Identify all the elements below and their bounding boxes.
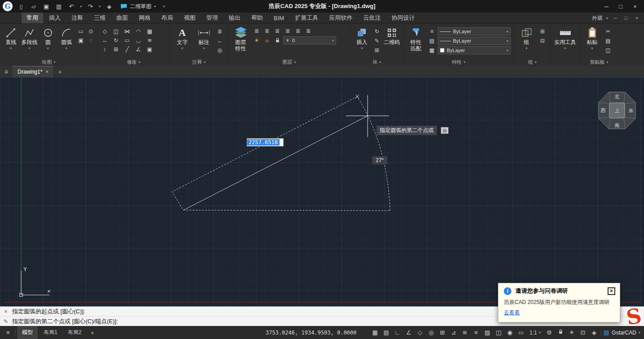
block-attribute-icon[interactable]: ⊞ <box>373 46 382 54</box>
group-edit-icon[interactable]: ⊟ <box>538 37 547 45</box>
new-document-tab-button[interactable]: ＋ <box>54 66 66 77</box>
copy-tool-icon[interactable]: ◫ <box>111 27 120 35</box>
object-snap-3d-icon[interactable]: ⊞ <box>438 329 447 336</box>
qrcode-button[interactable]: 二维码 <box>383 26 401 45</box>
transparency-toggle-icon[interactable]: ▨ <box>483 329 492 336</box>
ribbon-tab-annotate[interactable]: 注释 <box>67 13 88 23</box>
stretch-tool-icon[interactable]: ↕ <box>100 45 109 53</box>
grid-toggle-icon[interactable]: ▦ <box>370 329 379 336</box>
panel-label-draw[interactable]: 绘图▾ <box>0 58 98 66</box>
statusbar-options-chevron[interactable]: ▾ <box>639 330 640 335</box>
ui-lock-icon[interactable] <box>556 329 565 336</box>
redo-icon[interactable]: ↷ <box>86 3 94 10</box>
layer-match-icon[interactable]: ≣ <box>293 27 302 35</box>
minimize-button[interactable]: ─ <box>600 1 613 11</box>
layer-off-icon[interactable]: ≣ <box>283 27 292 35</box>
lineweight-list-icon[interactable]: ≡ <box>427 27 436 35</box>
rectangle-tool-icon[interactable]: ▭ <box>76 27 85 35</box>
ribbon-tab-cloud-markup[interactable]: 云批注 <box>358 13 386 23</box>
compass-west-label[interactable]: 西 <box>601 108 606 113</box>
ribbon-tab-collaboration[interactable]: 协同设计 <box>386 13 420 23</box>
layer-isolate-icon[interactable]: ≣ <box>262 27 271 35</box>
break-tool-icon[interactable]: ▣ <box>145 45 154 53</box>
extend-tool-icon[interactable]: ∠ <box>134 45 143 53</box>
trim-tool-icon[interactable]: ▭ <box>123 36 132 44</box>
ribbon-tab-layout[interactable]: 布局 <box>156 13 178 23</box>
annotation-scale-selector[interactable]: 1:1 ▾ <box>528 330 542 336</box>
undo-icon[interactable]: ↶ <box>67 3 76 10</box>
mirror-tool-icon[interactable]: ⋈ <box>123 27 132 35</box>
multileader-tool-icon[interactable]: ≣ <box>215 27 224 35</box>
annotation-monitor-icon[interactable]: ◉ <box>505 329 514 336</box>
erase-tool-icon[interactable]: ◇ <box>100 27 109 35</box>
ribbon-tab-view[interactable]: 视图 <box>179 13 200 23</box>
dynamic-ucs-icon[interactable]: ≋ <box>460 329 469 336</box>
block-edit-icon[interactable]: ↻ <box>373 27 382 35</box>
ribbon-tab-surface[interactable]: 曲面 <box>111 13 133 23</box>
compass-south-label[interactable]: 南 <box>615 123 620 128</box>
plotstyle-list-icon[interactable]: ▦ <box>427 46 436 54</box>
ribbon-tab-3d[interactable]: 三维 <box>89 13 111 23</box>
dynamic-input-toggle-icon[interactable]: ▭ <box>516 329 525 336</box>
ribbon-tab-insert[interactable]: 插入 <box>44 13 66 23</box>
gstarcad-app-logo[interactable]: G <box>3 1 13 11</box>
command-edit-icon[interactable]: ✎ <box>3 318 9 325</box>
open-file-icon[interactable]: ▱ <box>30 3 38 10</box>
appearance-selector[interactable]: 外观 <box>592 14 603 22</box>
circle-button[interactable]: 圆 ▾ <box>40 26 57 52</box>
panel-label-layers[interactable]: 图层▾ <box>228 58 350 66</box>
panel-label-group[interactable]: 组▾ <box>514 58 551 66</box>
document-menu-icon[interactable]: ≡ <box>0 66 13 77</box>
revision-cloud-tool-icon[interactable]: ◌ <box>86 36 95 44</box>
document-tab-close-icon[interactable]: × <box>45 69 49 75</box>
ribbon-tab-home[interactable]: 常用 <box>22 13 43 23</box>
rotate-tool-icon[interactable]: ↻ <box>111 36 120 44</box>
copy-clip-icon[interactable]: ▤ <box>604 37 613 45</box>
layer-lock-icon[interactable] <box>273 36 282 44</box>
insert-block-button[interactable]: 插入 ▾ <box>353 26 371 52</box>
clean-screen-icon[interactable]: ⊡ <box>578 329 587 336</box>
cut-icon[interactable]: ✂ <box>604 27 613 35</box>
layout2-tab[interactable]: 布局2 <box>64 327 86 338</box>
maximize-button[interactable]: □ <box>614 1 627 11</box>
new-file-icon[interactable]: ▯ <box>17 3 25 10</box>
table-tool-icon[interactable]: ◎ <box>215 46 224 54</box>
hatch-tool-icon[interactable]: ▣ <box>76 36 85 44</box>
panel-label-annotate[interactable]: 注释▾ <box>170 58 228 66</box>
ribbon-tab-manage[interactable]: 管理 <box>201 13 223 23</box>
layout1-tab[interactable]: 布局1 <box>40 327 62 338</box>
compass-up-label[interactable]: 上 <box>615 108 620 113</box>
model-tab[interactable]: 模型 <box>18 326 37 339</box>
block-define-icon[interactable]: ✎ <box>373 37 382 45</box>
layer-properties-button[interactable]: 图层 特性 <box>231 26 251 52</box>
redo-chevron-icon[interactable]: ▾ <box>99 4 101 9</box>
isolate-objects-icon[interactable]: ☀ <box>567 329 576 336</box>
linetype-dropdown[interactable]: ByLayer ▾ <box>438 27 511 35</box>
panel-label-properties[interactable]: 特性▾ <box>404 58 514 66</box>
mdi-close-button[interactable]: × <box>633 15 640 21</box>
workspace-gear-icon[interactable]: ⚙ <box>545 329 554 336</box>
group-button[interactable]: 组 ▾ <box>516 26 537 52</box>
cube-icon[interactable]: ◈ <box>105 3 113 10</box>
move-tool-icon[interactable]: ↔ <box>100 36 109 44</box>
lineweight-toggle-icon[interactable]: ≡ <box>471 329 480 336</box>
snap-toggle-icon[interactable]: ▤ <box>382 329 391 336</box>
layer-on-bulb-icon[interactable]: ☀ <box>252 36 261 44</box>
array-tool-icon[interactable]: ▦ <box>145 27 154 35</box>
chamfer-tool-icon[interactable]: ◡ <box>134 36 143 44</box>
ribbon-tab-apps[interactable]: 应用软件 <box>324 13 357 23</box>
isoplane-icon[interactable]: ◇ <box>415 329 424 336</box>
ribbon-tab-help[interactable]: 帮助 <box>246 13 268 23</box>
selection-cycling-icon[interactable]: ◫ <box>494 329 503 336</box>
polar-tracking-icon[interactable]: ∠ <box>404 329 413 336</box>
ribbon-tab-bim[interactable]: BIM <box>269 13 289 23</box>
add-layout-button[interactable]: ＋ <box>88 329 97 337</box>
match-properties-button[interactable]: 特性 匹配 <box>406 26 426 52</box>
ribbon-tab-output[interactable]: 输出 <box>224 13 245 23</box>
dimension-button[interactable]: 标注 ▾ <box>194 26 214 52</box>
compass-east-label[interactable]: 东 <box>629 108 634 113</box>
survey-popup-close-button[interactable]: × <box>608 287 615 295</box>
compass-north-label[interactable]: 北 <box>614 94 620 99</box>
gstarcad-brand[interactable]: ▤ GstarCAD <box>604 329 636 336</box>
polyline-button[interactable]: 多段线 ▾ <box>21 26 38 52</box>
